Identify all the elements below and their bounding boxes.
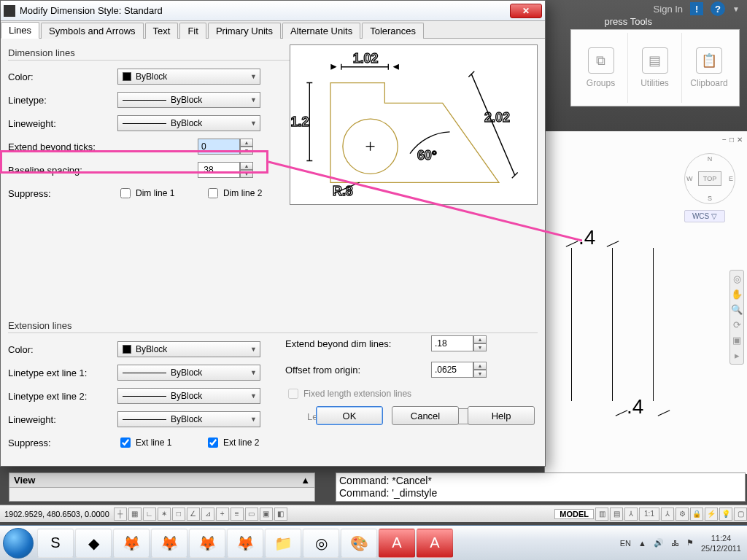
ducs-toggle-icon[interactable]: ⊿: [201, 508, 214, 521]
qview-drawing-icon[interactable]: ▤: [610, 508, 623, 521]
spin-up-icon[interactable]: ▲: [240, 162, 253, 170]
grid-toggle-icon[interactable]: ▦: [128, 508, 142, 521]
tab-primary[interactable]: Primary Units: [208, 23, 281, 39]
spin-down-icon[interactable]: ▼: [240, 147, 253, 155]
taskbar-app[interactable]: ◆: [75, 529, 112, 558]
taskbar-app-skype[interactable]: S: [37, 529, 74, 558]
taskbar-app[interactable]: ◎: [303, 529, 339, 558]
close-button[interactable]: ✕: [510, 4, 542, 18]
sign-in-link[interactable]: Sign In: [654, 4, 683, 15]
tab-alternate[interactable]: Alternate Units: [282, 23, 360, 39]
tray-chevron-icon[interactable]: ▲: [638, 539, 646, 548]
suppress-extline2-checkbox[interactable]: [208, 438, 218, 448]
ribbon-tab-express[interactable]: press Tools: [604, 16, 652, 27]
drawing-area[interactable]: − □ ✕ NS WE TOP WCS ▽ .4 .4 ◎ ✋ 🔍 ⟳ ▣ ▸: [544, 131, 747, 474]
extline1-linetype-combo[interactable]: ByBlock: [117, 365, 260, 381]
pan-icon[interactable]: ✋: [731, 289, 743, 300]
volume-icon[interactable]: 🔊: [654, 538, 664, 548]
extend-beyond-ticks-input[interactable]: [198, 139, 240, 155]
tab-fit[interactable]: Fit: [179, 23, 206, 39]
coordinate-display[interactable]: 1902.9529, 480.6503, 0.0000: [0, 510, 114, 518]
view-cube[interactable]: NS WE TOP: [684, 153, 735, 204]
taskbar-app-firefox[interactable]: 🦊: [113, 529, 150, 558]
taskbar-app-firefox[interactable]: 🦊: [227, 529, 263, 558]
dimline-lineweight-combo[interactable]: ByBlock: [117, 115, 260, 131]
collapse-icon[interactable]: ▲: [301, 475, 310, 486]
extline-lineweight-combo[interactable]: ByBlock: [117, 411, 260, 427]
taskbar-app-autocad[interactable]: A: [379, 529, 415, 558]
otrack-toggle-icon[interactable]: ∠: [187, 508, 200, 521]
dialog-titlebar[interactable]: Modify Dimension Style: Standard ✕: [1, 1, 545, 21]
extline2-linetype-combo[interactable]: ByBlock: [117, 388, 260, 404]
tab-tolerances[interactable]: Tolerances: [362, 23, 424, 39]
qview-layout-icon[interactable]: ▥: [595, 508, 608, 521]
start-button[interactable]: [3, 528, 34, 559]
tab-symbols[interactable]: Symbols and Arrows: [41, 23, 144, 39]
minimize-icon[interactable]: −: [722, 136, 727, 144]
suppress-extline1-checkbox[interactable]: [120, 438, 131, 448]
action-center-icon[interactable]: ⚑: [686, 538, 694, 548]
ext-beyond-dim-input[interactable]: [431, 335, 473, 351]
language-indicator[interactable]: EN: [620, 539, 631, 548]
close-drawing-icon[interactable]: ✕: [737, 136, 743, 144]
steering-wheel-icon[interactable]: ◎: [733, 273, 741, 284]
wcs-indicator[interactable]: WCS ▽: [684, 210, 725, 222]
baseline-spacing-input[interactable]: [198, 162, 240, 178]
tab-lines[interactable]: Lines: [1, 22, 39, 39]
qp-toggle-icon[interactable]: ▣: [260, 508, 273, 521]
help-icon[interactable]: ?: [711, 1, 725, 16]
annoscale-icon[interactable]: ⅄: [624, 508, 638, 521]
spin-down-icon[interactable]: ▼: [240, 170, 253, 178]
showmotion-icon[interactable]: ▣: [732, 335, 741, 346]
offset-origin-input[interactable]: [431, 362, 473, 378]
ortho-toggle-icon[interactable]: ∟: [143, 508, 156, 521]
taskbar-app-firefox[interactable]: 🦊: [151, 529, 187, 558]
hardware-accel-icon[interactable]: ⚡: [705, 508, 718, 521]
extline-color-combo[interactable]: ByBlock: [117, 341, 260, 357]
extend-beyond-ticks-spinner[interactable]: ▲▼: [198, 139, 256, 155]
annovis-icon[interactable]: ⅄: [661, 508, 674, 521]
command-line[interactable]: Command: *Cancel* Command: '_dimstyle: [336, 472, 746, 502]
navigation-bar[interactable]: ◎ ✋ 🔍 ⟳ ▣ ▸: [729, 270, 744, 365]
maximize-icon[interactable]: □: [729, 136, 734, 144]
scale-display[interactable]: 1:1: [639, 508, 659, 521]
view-palette[interactable]: View▲: [9, 472, 315, 502]
ribbon-tool-clipboard[interactable]: 📋Clipboard: [682, 33, 736, 103]
spin-up-icon[interactable]: ▲: [240, 139, 253, 147]
offset-origin-spinner[interactable]: ▲▼: [431, 362, 489, 378]
navbar-expand-icon[interactable]: ▸: [735, 350, 740, 361]
orbit-icon[interactable]: ⟳: [733, 319, 741, 330]
polar-toggle-icon[interactable]: ✶: [158, 508, 171, 521]
taskbar-app-paint[interactable]: 🎨: [341, 529, 377, 558]
ribbon-chevron-icon[interactable]: ▼: [732, 5, 740, 13]
network-icon[interactable]: 🖧: [671, 539, 679, 548]
dimline-linetype-combo[interactable]: ByBlock: [117, 92, 260, 108]
ribbon-tool-utilities[interactable]: ▤Utilities: [628, 33, 682, 103]
toolbar-lock-icon[interactable]: 🔒: [690, 508, 703, 521]
baseline-spacing-spinner[interactable]: ▲▼: [198, 162, 256, 178]
taskbar-app-explorer[interactable]: 📁: [265, 529, 301, 558]
help-button[interactable]: Help: [468, 406, 535, 425]
clean-screen-icon[interactable]: ▢: [734, 508, 747, 521]
info-icon[interactable]: !: [690, 2, 703, 15]
suppress-dimline2-checkbox[interactable]: [208, 188, 218, 198]
system-clock[interactable]: 11:2425/12/2011: [701, 533, 741, 553]
fixed-length-checkbox[interactable]: [288, 389, 298, 399]
dimline-color-combo[interactable]: ByBlock: [117, 69, 260, 85]
tab-text[interactable]: Text: [145, 23, 179, 39]
sc-toggle-icon[interactable]: ◧: [274, 508, 287, 521]
osnap-toggle-icon[interactable]: □: [172, 508, 185, 521]
ext-beyond-dim-spinner[interactable]: ▲▼: [431, 335, 489, 351]
taskbar-app-autocad[interactable]: A: [417, 529, 453, 558]
taskbar-app-firefox[interactable]: 🦊: [189, 529, 225, 558]
isolate-icon[interactable]: 💡: [719, 508, 732, 521]
suppress-dimline1-checkbox[interactable]: [120, 188, 131, 198]
ribbon-tool-groups[interactable]: ⧉Groups: [574, 33, 628, 103]
snap-toggle-icon[interactable]: ┼: [114, 508, 127, 521]
dyn-toggle-icon[interactable]: +: [216, 508, 229, 521]
zoom-icon[interactable]: 🔍: [731, 304, 743, 315]
tpy-toggle-icon[interactable]: ▭: [245, 508, 258, 521]
lwt-toggle-icon[interactable]: ≡: [231, 508, 244, 521]
model-space-button[interactable]: MODEL: [554, 509, 594, 519]
cancel-button[interactable]: Cancel: [392, 406, 459, 425]
